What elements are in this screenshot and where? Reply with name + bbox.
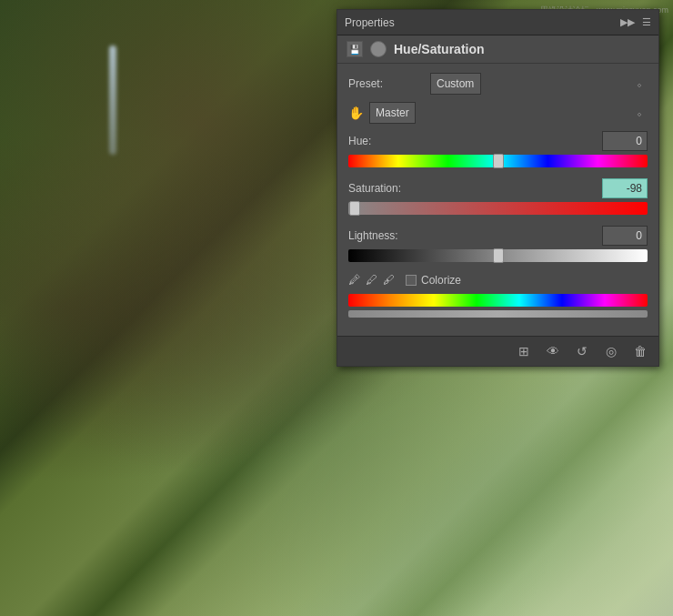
saturation-label: Saturation: [348, 182, 430, 195]
hue-label-row: Hue: [348, 131, 648, 151]
hue-slider-thumb[interactable] [493, 154, 504, 168]
layers-icon[interactable]: ⊞ [515, 342, 533, 360]
saturation-slider-thumb[interactable] [349, 201, 360, 216]
eyedropper-subtract-icon[interactable]: 🖋 [383, 273, 395, 287]
saturation-label-row: Saturation: [348, 178, 648, 198]
save-icon[interactable]: 💾 [347, 41, 363, 57]
colorize-checkbox[interactable] [406, 275, 417, 286]
bottom-toolbar: ⊞ 👁 ↺ ◎ 🗑 [337, 336, 658, 366]
visibility-icon[interactable]: ◎ [602, 342, 620, 360]
hue-slider-track[interactable] [348, 155, 648, 167]
saturation-slider-track[interactable] [348, 202, 648, 215]
grey-bar [348, 310, 648, 318]
saturation-value-input[interactable] [602, 178, 648, 198]
eye-hide-icon[interactable]: 👁 [544, 342, 562, 360]
channel-select-wrapper: Master [369, 102, 648, 124]
panel-header-icons: ▶▶ ☰ [620, 16, 651, 28]
properties-panel: Properties ▶▶ ☰ 💾 Hue/Saturation Preset:… [336, 9, 659, 367]
panel-forward-icon[interactable]: ▶▶ [620, 16, 635, 28]
preset-select[interactable]: Custom [430, 73, 481, 95]
colorize-row: 🖉 🖊 🖋 Colorize [348, 273, 648, 287]
eyedropper-icon[interactable]: 🖉 [348, 273, 360, 287]
refresh-icon[interactable]: ↺ [573, 342, 591, 360]
preset-select-wrapper: Custom [430, 73, 648, 95]
lightness-slider-thumb[interactable] [493, 248, 504, 263]
preset-row: Preset: Custom [348, 73, 648, 95]
panel-menu-icon[interactable]: ☰ [642, 16, 651, 28]
hue-label: Hue: [348, 135, 430, 147]
lightness-slider-track[interactable] [348, 249, 648, 262]
panel-title: Properties [345, 16, 395, 29]
panel-header: Properties ▶▶ ☰ [337, 10, 658, 35]
hue-value-input[interactable] [602, 131, 648, 151]
lightness-label-row: Lightness: [348, 226, 648, 246]
trash-icon[interactable]: 🗑 [631, 342, 649, 360]
channel-row: ✋ Master [348, 102, 648, 124]
panel-body: Preset: Custom ✋ Master Hue: [337, 64, 658, 336]
hue-slider-row: Hue: [348, 131, 648, 167]
saturation-slider-row: Saturation: [348, 178, 648, 215]
eyedropper-add-icon[interactable]: 🖊 [366, 273, 377, 287]
lightness-label: Lightness: [348, 229, 430, 242]
adjustment-circle-icon[interactable] [370, 41, 387, 57]
preset-label: Preset: [348, 77, 430, 90]
lightness-slider-row: Lightness: [348, 226, 648, 262]
colorize-label: Colorize [421, 274, 461, 287]
panel-subheader: 💾 Hue/Saturation [337, 35, 658, 64]
rainbow-bar [348, 294, 648, 307]
lightness-value-input[interactable] [602, 226, 648, 246]
hand-icon[interactable]: ✋ [348, 106, 364, 120]
colorize-checkbox-group: Colorize [406, 274, 461, 287]
eyedropper-icons: 🖉 🖊 🖋 [348, 273, 395, 287]
channel-select[interactable]: Master [369, 102, 416, 124]
section-title: Hue/Saturation [394, 42, 485, 56]
